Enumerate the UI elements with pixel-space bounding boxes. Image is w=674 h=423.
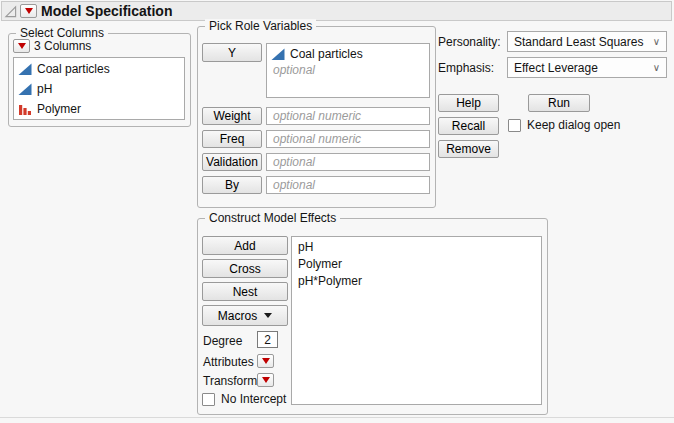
page-title: Model Specification: [41, 3, 172, 19]
model-specification-dialog: { "header": { "title": "Model Specificat…: [0, 0, 674, 423]
weight-role-field[interactable]: optional numeric: [266, 107, 430, 125]
freq-role-field[interactable]: optional numeric: [266, 130, 430, 148]
select-columns-label: Select Columns: [16, 26, 108, 40]
freq-role-placeholder: optional numeric: [273, 132, 361, 146]
personality-label: Personality:: [438, 35, 501, 49]
column-name: Coal particles: [37, 62, 110, 76]
red-triangle-icon: [262, 377, 270, 383]
by-role-placeholder: optional: [273, 178, 315, 192]
keep-dialog-open-label: Keep dialog open: [527, 118, 620, 132]
chevron-down-icon: ∨: [653, 37, 660, 47]
transform-label: Transform: [203, 374, 257, 388]
columns-count: 3 Columns: [34, 39, 91, 53]
nominal-icon: [18, 102, 32, 116]
recall-button[interactable]: Recall: [438, 117, 499, 135]
continuous-icon: [18, 82, 32, 96]
freq-role-button[interactable]: Freq: [202, 130, 262, 148]
red-triangle-icon: [262, 358, 270, 364]
column-name: Polymer: [37, 102, 81, 116]
by-role-field[interactable]: optional: [266, 176, 430, 194]
cross-button[interactable]: Cross: [202, 259, 288, 278]
column-item[interactable]: pH: [14, 79, 184, 99]
bottom-divider: [0, 417, 674, 418]
degree-input[interactable]: 2: [257, 331, 278, 348]
attributes-label: Attributes: [203, 355, 254, 369]
y-role-list[interactable]: Coal particles optional: [266, 43, 430, 98]
weight-role-placeholder: optional numeric: [273, 109, 361, 123]
keep-dialog-open-checkbox[interactable]: [508, 119, 521, 132]
column-name: pH: [37, 82, 52, 96]
no-intercept-checkbox[interactable]: [202, 393, 215, 406]
model-spec-menu-button[interactable]: [20, 4, 37, 18]
outline-disclosure-icon[interactable]: [4, 5, 17, 18]
by-role-button[interactable]: By: [202, 176, 262, 194]
columns-count-row: 3 Columns: [13, 39, 91, 53]
personality-value: Standard Least Squares: [514, 35, 653, 49]
y-role-placeholder: optional: [267, 63, 429, 77]
run-button[interactable]: Run: [528, 94, 590, 112]
outline-header: Model Specification: [1, 1, 672, 21]
columns-list: Coal particles pH Polymer: [13, 57, 185, 120]
attributes-menu-button[interactable]: [257, 354, 274, 368]
pick-role-variables-label: Pick Role Variables: [205, 19, 316, 33]
continuous-icon: [18, 62, 32, 76]
columns-menu-button[interactable]: [13, 39, 30, 53]
transform-menu-button[interactable]: [257, 373, 274, 387]
help-button[interactable]: Help: [438, 94, 499, 112]
no-intercept-row: No Intercept: [202, 392, 286, 406]
y-role-button[interactable]: Y: [202, 43, 262, 62]
macros-button[interactable]: Macros: [202, 305, 288, 326]
validation-role-placeholder: optional: [273, 155, 315, 169]
emphasis-label: Emphasis:: [438, 61, 494, 75]
effect-item[interactable]: Polymer: [298, 256, 541, 273]
y-role-item-name: Coal particles: [290, 47, 363, 61]
column-item[interactable]: Polymer: [14, 99, 184, 119]
weight-role-button[interactable]: Weight: [202, 107, 262, 125]
red-triangle-icon: [25, 8, 33, 14]
no-intercept-label: No Intercept: [221, 392, 286, 406]
y-role-item[interactable]: Coal particles: [267, 44, 429, 63]
personality-select[interactable]: Standard Least Squares ∨: [507, 31, 667, 52]
nest-button[interactable]: Nest: [202, 282, 288, 301]
emphasis-value: Effect Leverage: [514, 61, 653, 75]
keep-dialog-open-row: Keep dialog open: [508, 118, 620, 132]
continuous-icon: [271, 47, 285, 61]
validation-role-field[interactable]: optional: [266, 153, 430, 171]
emphasis-select[interactable]: Effect Leverage ∨: [507, 57, 667, 78]
effect-item[interactable]: pH*Polymer: [298, 273, 541, 290]
effects-list[interactable]: pH Polymer pH*Polymer: [291, 236, 542, 405]
remove-button[interactable]: Remove: [438, 140, 499, 158]
construct-model-effects-label: Construct Model Effects: [205, 211, 340, 225]
triangle-down-icon: [264, 313, 272, 318]
add-button[interactable]: Add: [202, 236, 288, 255]
red-triangle-icon: [18, 43, 26, 49]
degree-label: Degree: [203, 334, 242, 348]
chevron-down-icon: ∨: [653, 63, 660, 73]
validation-role-button[interactable]: Validation: [202, 153, 262, 171]
macros-button-label: Macros: [218, 309, 257, 323]
column-item[interactable]: Coal particles: [14, 59, 184, 79]
effect-item[interactable]: pH: [298, 239, 541, 256]
